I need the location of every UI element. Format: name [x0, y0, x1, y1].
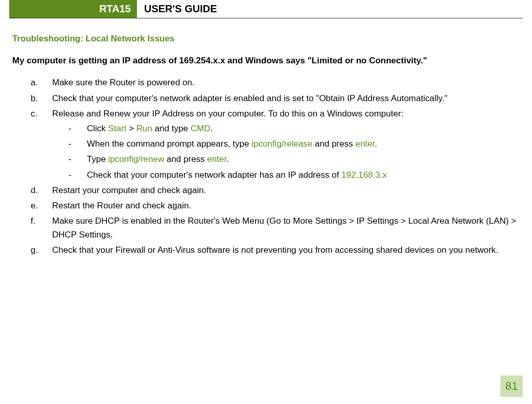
list-marker: d. [31, 183, 38, 197]
list-marker: e. [31, 199, 38, 212]
dash-text: Type ipconfig/renew and press enter. [87, 154, 229, 164]
list-item: f. Make sure DHCP is enabled in the Rout… [31, 214, 520, 242]
header-product-code: RTA15 [9, 0, 137, 18]
section-heading: Troubleshooting: Local Network Issues [12, 32, 520, 45]
list-text: Check that your computer's network adapt… [52, 93, 447, 103]
highlight-ipconfig-renew: ipconfig/renew [108, 154, 165, 164]
dash-item: - Type ipconfig/renew and press enter. [68, 152, 520, 166]
list-item: b. Check that your computer's network ad… [31, 91, 520, 105]
dash-text: Check that your computer's network adapt… [87, 170, 387, 180]
list-marker: c. [31, 107, 37, 121]
dash-item: - Check that your computer's network ada… [68, 168, 520, 182]
dash-item: - When the command prompt appears, type … [68, 137, 520, 151]
ordered-list: a. Make sure the Router is powered on. b… [12, 76, 520, 257]
list-text: Restart your computer and check again. [52, 185, 206, 195]
list-marker: b. [31, 91, 38, 105]
dash-marker: - [68, 168, 72, 182]
highlight-start: Start [108, 124, 127, 133]
list-text: Release and Renew your IP Address on you… [52, 109, 403, 118]
list-text: Restart the Router and check again. [52, 201, 191, 210]
highlight-ip-address: 192.168.3.x [341, 170, 387, 180]
dash-text: Click Start > Run and type CMD. [87, 124, 213, 133]
list-text: Check that your Firewall or Anti-Virus s… [52, 245, 498, 255]
highlight-cmd: CMD [191, 124, 211, 133]
dash-list: - Click Start > Run and type CMD. - When… [52, 122, 520, 182]
dash-marker: - [68, 137, 72, 151]
highlight-ipconfig-release: ipconfig/release [251, 139, 312, 149]
dash-text: When the command prompt appears, type ip… [87, 139, 377, 149]
sub-heading: My computer is getting an IP address of … [12, 54, 520, 67]
highlight-run: Run [136, 124, 152, 133]
dash-item: - Click Start > Run and type CMD. [68, 122, 520, 135]
header-title: USER'S GUIDE [137, 0, 224, 18]
page-content: Troubleshooting: Local Network Issues My… [0, 18, 532, 257]
list-marker: f. [31, 214, 35, 228]
dash-marker: - [68, 122, 72, 135]
list-item: d. Restart your computer and check again… [31, 183, 520, 197]
highlight-enter: enter [355, 139, 375, 149]
list-marker: g. [31, 243, 38, 257]
list-text: Make sure the Router is powered on. [52, 78, 195, 87]
highlight-enter: enter [207, 154, 226, 164]
list-item: e. Restart the Router and check again. [31, 199, 520, 212]
list-text: Make sure DHCP is enabled in the Router'… [52, 216, 516, 240]
list-item: c. Release and Renew your IP Address on … [31, 107, 520, 182]
page-header: RTA15 USER'S GUIDE [9, 0, 523, 18]
list-item: a. Make sure the Router is powered on. [31, 76, 520, 89]
list-item: g. Check that your Firewall or Anti-Viru… [31, 243, 520, 257]
page-number-badge: 81 [500, 375, 523, 397]
list-marker: a. [31, 76, 38, 89]
dash-marker: - [68, 152, 72, 166]
